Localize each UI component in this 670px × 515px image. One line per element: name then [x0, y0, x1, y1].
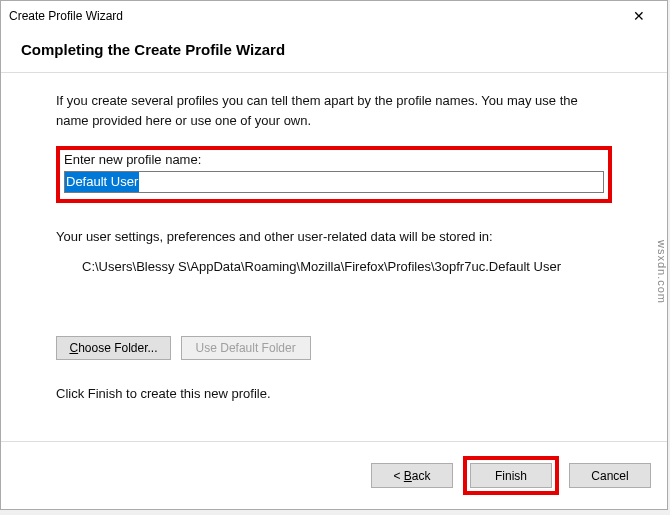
- back-button[interactable]: < Back: [371, 463, 453, 488]
- storage-path: C:\Users\Blessy S\AppData\Roaming\Mozill…: [56, 257, 612, 277]
- window-title: Create Profile Wizard: [9, 9, 619, 23]
- cancel-button[interactable]: Cancel: [569, 463, 651, 488]
- close-icon: ✕: [633, 8, 645, 24]
- finish-button[interactable]: Finish: [470, 463, 552, 488]
- choose-folder-button[interactable]: Choose Folder...: [56, 336, 171, 360]
- wizard-window: Create Profile Wizard ✕ Completing the C…: [0, 0, 668, 510]
- profile-name-label: Enter new profile name:: [64, 152, 604, 167]
- page-heading: Completing the Create Profile Wizard: [1, 31, 667, 73]
- profile-name-value: Default User: [65, 172, 139, 192]
- use-default-folder-button: Use Default Folder: [181, 336, 311, 360]
- storage-note: Your user settings, preferences and othe…: [56, 227, 612, 247]
- intro-text: If you create several profiles you can t…: [56, 91, 612, 130]
- close-button[interactable]: ✕: [619, 2, 659, 30]
- content-area: If you create several profiles you can t…: [1, 73, 667, 441]
- footer-button-row: < Back Finish Cancel: [1, 441, 667, 509]
- titlebar: Create Profile Wizard ✕: [1, 1, 667, 31]
- finish-hint: Click Finish to create this new profile.: [56, 386, 612, 401]
- profile-name-highlight: Enter new profile name: Default User: [56, 146, 612, 203]
- watermark: wsxdn.com: [656, 240, 668, 304]
- finish-highlight: Finish: [463, 456, 559, 495]
- profile-name-input[interactable]: Default User: [64, 171, 604, 193]
- folder-button-row: Choose Folder... Use Default Folder: [56, 336, 612, 360]
